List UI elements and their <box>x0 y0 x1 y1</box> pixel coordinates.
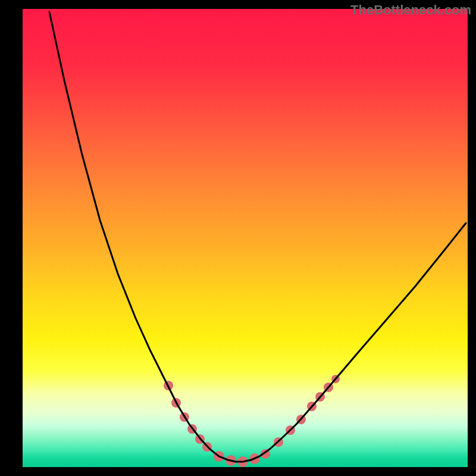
watermark: TheBottleneck.com <box>350 2 471 18</box>
curve-main <box>49 12 466 462</box>
chart-area <box>23 9 468 467</box>
chart-svg <box>23 9 468 467</box>
markers-layer <box>164 375 340 467</box>
